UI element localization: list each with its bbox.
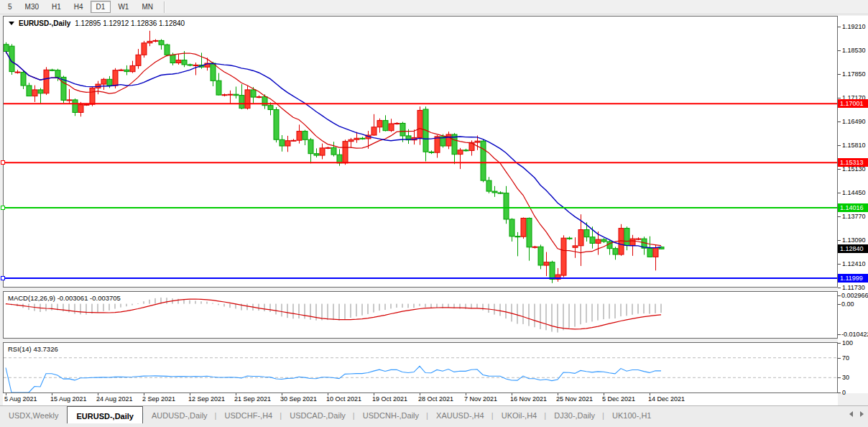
tab-ukoil-h4[interactable]: UKOil-,H4 — [493, 406, 546, 422]
date-axis: 5 Aug 202115 Aug 202124 Aug 20212 Sep 20… — [3, 393, 838, 405]
rsi-axis-tick — [838, 358, 841, 359]
date-axis-label: 5 Dec 2021 — [602, 395, 635, 403]
tab-audusd-daily[interactable]: AUDUSD-,Daily — [143, 406, 216, 422]
rsi-label: RSI(14) 43.7326 — [8, 345, 58, 353]
rsi-layer[interactable] — [4, 343, 837, 392]
timeframe-toolbar: 5M30H1H4D1W1MN — [0, 0, 868, 14]
price-axis-label: 1.18530 — [842, 47, 866, 54]
price-tick — [838, 169, 841, 170]
macd-axis-label: -0.010422 — [841, 331, 868, 338]
macd-axis-label: 0.00 — [841, 300, 854, 308]
tab-scroll-right-icon[interactable] — [860, 411, 864, 417]
price-line-badge-1.17001: 1.17001 — [838, 99, 868, 108]
date-axis-label: 14 Dec 2021 — [648, 395, 685, 403]
period-button-mn[interactable]: MN — [136, 1, 159, 13]
macd-histogram-layer[interactable] — [4, 292, 837, 338]
date-axis-label: 25 Nov 2021 — [556, 395, 593, 403]
rsi-line — [6, 366, 661, 392]
rsi-value: 43.7326 — [33, 345, 57, 353]
date-axis-label: 30 Sep 2021 — [280, 395, 317, 403]
price-axis-label: 1.11730 — [842, 284, 865, 291]
ohlc-values: 1.12895 1.12912 1.12836 1.12840 — [75, 19, 185, 27]
date-axis-label: 24 Aug 2021 — [96, 395, 133, 403]
price-line-badge-1.15313: 1.15313 — [838, 158, 868, 167]
date-axis-label: 10 Oct 2021 — [326, 395, 361, 403]
period-button-5[interactable]: 5 — [2, 1, 18, 13]
price-tick — [838, 50, 841, 51]
period-button-h4[interactable]: H4 — [68, 1, 89, 13]
price-axis-label: 1.13090 — [842, 237, 866, 244]
price-axis-label: 1.14450 — [842, 189, 866, 196]
line-handle-1.14016[interactable] — [1, 206, 5, 210]
tab-uk100-h1[interactable]: UK100-,H1 — [604, 406, 660, 422]
current-price-badge: 1.12840 — [838, 244, 868, 253]
tab-eurusd-daily[interactable]: EURUSD-,Daily — [67, 406, 142, 423]
period-button-w1[interactable]: W1 — [112, 1, 134, 13]
date-axis-label: 12 Sep 2021 — [188, 395, 225, 403]
date-axis-label: 21 Sep 2021 — [234, 395, 271, 403]
symbol-tab-bar: USDX,WeeklyEURUSD-,DailyAUDUSD-,DailyUSD… — [0, 405, 868, 427]
macd-axis-label: 0.002966 — [841, 292, 868, 299]
tab-usdx-weekly[interactable]: USDX,Weekly — [0, 406, 67, 422]
line-handle-1.15313[interactable] — [1, 160, 5, 165]
price-tick — [838, 98, 841, 98]
tab-usdcad-daily[interactable]: USDCAD-,Daily — [281, 406, 354, 422]
date-axis-label: 16 Nov 2021 — [510, 395, 547, 403]
rsi-axis-tick — [838, 377, 841, 378]
date-axis-label: 28 Oct 2021 — [418, 395, 453, 403]
rsi-axis-tick — [838, 343, 841, 344]
macd-axis-tick — [838, 295, 841, 296]
period-button-m30[interactable]: M30 — [19, 1, 45, 13]
rsi-axis-label: 70 — [842, 354, 849, 362]
macd-label: MACD(12,26,9) -0.003061 -0.003705 — [8, 294, 121, 302]
rsi-axis-label: 100 — [842, 339, 853, 346]
period-button-h1[interactable]: H1 — [46, 1, 67, 13]
macd-axis-tick — [838, 334, 841, 335]
price-axis-label: 1.15810 — [842, 142, 866, 149]
tab-usdcnh-daily[interactable]: USDCNH-,Daily — [354, 406, 428, 422]
price-tick — [838, 27, 841, 27]
candlestick-layer[interactable] — [4, 17, 837, 287]
price-axis-label: 1.16490 — [842, 118, 866, 125]
price-tick — [838, 288, 841, 288]
date-axis-label: 7 Nov 2021 — [464, 395, 497, 403]
price-tick — [838, 216, 841, 217]
chart-title: EURUSD-,Daily 1.12895 1.12912 1.12836 1.… — [9, 19, 185, 27]
price-axis-label: 1.13770 — [842, 213, 866, 220]
price-axis-label: 1.17850 — [842, 70, 866, 78]
rsi-axis-label: 0 — [842, 389, 846, 396]
price-tick — [838, 145, 841, 146]
price-line-badge-1.14016: 1.14016 — [838, 203, 868, 212]
macd-axis-tick — [838, 304, 841, 305]
date-axis-label: 19 Oct 2021 — [372, 395, 407, 403]
date-axis-label: 2 Sep 2021 — [142, 395, 175, 403]
tab-scroll-buttons — [849, 411, 864, 417]
date-axis-label: 15 Aug 2021 — [50, 395, 87, 403]
price-tick — [838, 74, 841, 75]
rsi-axis-tick — [838, 392, 841, 393]
symbol-name: EURUSD-,Daily — [19, 19, 70, 27]
price-tick — [838, 264, 841, 265]
line-handle-1.11999[interactable] — [1, 276, 5, 280]
price-tick — [838, 121, 841, 122]
period-button-d1[interactable]: D1 — [91, 1, 111, 13]
price-tick — [838, 240, 841, 241]
tab-scroll-left-icon[interactable] — [849, 411, 853, 417]
symbol-dropdown-icon[interactable] — [9, 22, 14, 25]
price-axis-label: 1.12410 — [842, 260, 866, 267]
tab-usdchf-h4[interactable]: USDCHF-,H4 — [216, 406, 282, 422]
price-axis-label: 1.19210 — [842, 23, 866, 30]
price-line-badge-1.11999: 1.11999 — [838, 274, 868, 283]
date-axis-label: 5 Aug 2021 — [4, 395, 37, 403]
toolbar-separator — [164, 1, 165, 13]
rsi-axis-label: 30 — [842, 374, 849, 381]
tab-dj30-daily[interactable]: DJ30-,Daily — [545, 406, 604, 422]
price-tick — [838, 193, 841, 193]
macd-values: -0.003061 -0.003705 — [57, 294, 121, 302]
tab-xauusd-h4[interactable]: XAUUSD-,H4 — [428, 406, 493, 422]
